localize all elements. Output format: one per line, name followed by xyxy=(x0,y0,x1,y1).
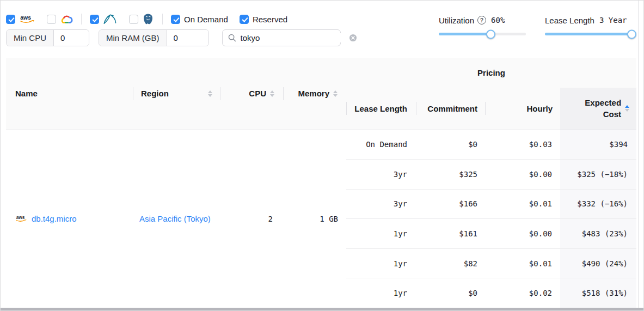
expected-cost-value: $483 (23%) xyxy=(560,219,636,249)
lease-length-label: Lease Length xyxy=(545,16,594,25)
lease-length-value: 3yr xyxy=(346,189,416,219)
column-header-region-label: Region xyxy=(141,89,169,98)
commitment-value: $161 xyxy=(416,219,485,249)
column-header-name: Name xyxy=(6,58,133,130)
sort-icon-active xyxy=(625,105,629,112)
lease-length-value: On Demand xyxy=(346,130,416,160)
lease-length-slider-group: Lease Length 3 Year xyxy=(545,15,632,35)
commitment-value: $0 xyxy=(416,130,485,160)
expected-cost-value: $394 xyxy=(560,130,636,160)
svg-text:aws: aws xyxy=(20,14,31,21)
region-link[interactable]: Asia Pacific (Tokyo) xyxy=(139,214,211,223)
column-header-lease-length: Lease Length xyxy=(346,88,416,130)
search-box[interactable] xyxy=(222,29,341,46)
column-header-hourly-label: Hourly xyxy=(526,104,553,113)
mysql-logo-icon xyxy=(103,14,118,25)
region-cell: Asia Pacific (Tokyo) xyxy=(133,130,220,308)
hourly-value: $0.02 xyxy=(485,278,560,308)
on-demand-label: On Demand xyxy=(184,15,228,24)
lease-length-slider-thumb[interactable] xyxy=(627,29,636,39)
pricing-group-header: Pricing xyxy=(346,58,636,88)
column-header-expected-cost-label: Expected Cost xyxy=(578,97,621,120)
column-header-commitment-label: Commitment xyxy=(427,104,477,113)
on-demand-checkbox[interactable] xyxy=(171,15,180,24)
sort-icon xyxy=(270,90,274,97)
aws-logo-icon: aws xyxy=(19,14,35,25)
column-header-expected-cost[interactable]: Expected Cost xyxy=(560,88,636,130)
column-header-region[interactable]: Region xyxy=(133,58,220,130)
hourly-value: $0.03 xyxy=(485,130,560,160)
filter-divider xyxy=(162,14,163,25)
min-cpu-input[interactable] xyxy=(54,30,89,46)
column-header-memory-label: Memory xyxy=(298,89,329,98)
utilization-value: 60% xyxy=(491,16,505,25)
expected-cost-value: $490 (24%) xyxy=(560,248,636,278)
reserved-checkbox[interactable] xyxy=(240,15,249,24)
min-ram-label: Min RAM (GB) xyxy=(99,30,167,46)
svg-text:aws: aws xyxy=(16,216,25,221)
lease-length-value: 3 Year xyxy=(599,16,627,25)
expected-cost-value: $332 (−16%) xyxy=(560,189,636,219)
horizontal-scrollbar[interactable] xyxy=(1,308,643,310)
utilization-slider[interactable] xyxy=(439,33,526,35)
expected-cost-value: $518 (31%) xyxy=(560,278,636,308)
min-cpu-label: Min CPU xyxy=(7,30,54,46)
lease-length-slider[interactable] xyxy=(545,33,632,35)
help-icon[interactable]: ? xyxy=(477,16,486,25)
column-header-memory[interactable]: Memory xyxy=(283,58,346,130)
column-header-commitment: Commitment xyxy=(416,88,485,130)
commitment-value: $325 xyxy=(416,160,485,190)
hourly-value: $0.01 xyxy=(485,248,560,278)
hourly-value: $0.00 xyxy=(485,160,560,190)
expected-cost-value: $325 (−18%) xyxy=(560,160,636,190)
min-ram-group: Min RAM (GB) xyxy=(99,29,209,46)
vertical-scrollbar[interactable] xyxy=(639,1,639,308)
utilization-slider-thumb[interactable] xyxy=(486,29,495,39)
filter-bar: aws xyxy=(1,1,643,58)
lease-length-value: 1yr xyxy=(346,219,416,249)
column-header-cpu-label: CPU xyxy=(249,89,266,98)
search-input[interactable] xyxy=(241,33,349,42)
postgresql-engine-checkbox[interactable] xyxy=(129,15,138,24)
column-header-hourly: Hourly xyxy=(485,88,560,130)
min-ram-input[interactable] xyxy=(167,30,208,46)
search-icon xyxy=(228,34,236,42)
mysql-engine-checkbox[interactable] xyxy=(90,15,99,24)
column-header-lease-length-label: Lease Length xyxy=(354,104,407,113)
lease-length-value: 1yr xyxy=(346,248,416,278)
cpu-cell: 2 xyxy=(220,130,283,308)
hourly-value: $0.01 xyxy=(485,189,560,219)
filter-checkbox-row: aws xyxy=(6,13,287,25)
column-header-cpu[interactable]: CPU xyxy=(220,58,283,130)
filter-divider xyxy=(81,14,82,25)
sort-icon xyxy=(333,90,338,97)
lease-length-value: 3yr xyxy=(346,160,416,190)
utilization-label: Utilization xyxy=(439,16,474,25)
commitment-value: $166 xyxy=(416,189,485,219)
filter-input-row: Min CPU Min RAM (GB) xyxy=(6,29,341,46)
table-row: aws db.t4g.micro Asia Pacific (Tokyo) 2 xyxy=(6,130,636,160)
utilization-slider-group: Utilization ? 60% xyxy=(439,15,526,35)
sort-icon xyxy=(208,90,212,97)
min-cpu-group: Min CPU xyxy=(6,29,89,46)
commitment-value: $0 xyxy=(416,278,485,308)
lease-length-value: 1yr xyxy=(346,278,416,308)
instance-name-cell: aws db.t4g.micro xyxy=(6,130,133,308)
app-window: aws xyxy=(0,0,644,311)
commitment-value: $82 xyxy=(416,248,485,278)
results-table: Name Region CPU xyxy=(6,58,636,308)
reserved-label: Reserved xyxy=(253,15,287,24)
gcp-logo-icon xyxy=(60,14,73,25)
aws-provider-checkbox[interactable] xyxy=(6,15,15,24)
instance-name-link[interactable]: db.t4g.micro xyxy=(32,214,77,223)
memory-cell: 1 GB xyxy=(283,130,346,308)
hourly-value: $0.00 xyxy=(485,219,560,249)
aws-logo-icon: aws xyxy=(15,215,27,223)
gcp-provider-checkbox[interactable] xyxy=(47,15,56,24)
search-clear-icon[interactable] xyxy=(349,34,357,42)
postgresql-logo-icon xyxy=(142,13,154,25)
